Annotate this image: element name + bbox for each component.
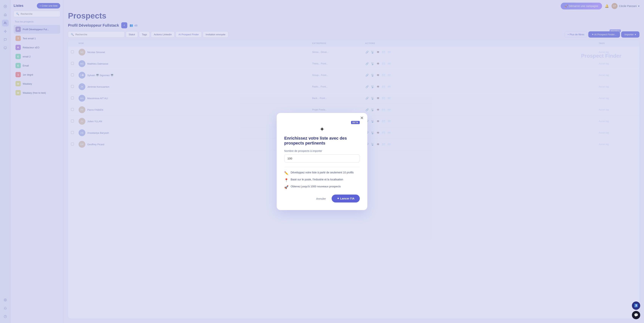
modal-count-input[interactable] xyxy=(284,154,360,162)
modal-close-button[interactable]: ✕ xyxy=(360,116,364,120)
modal-overlay: ✕ BETA ✦ Enrichissez votre liste avec de… xyxy=(0,0,644,323)
feature-text: Obtenez jusqu'à 1000 nouveaux prospects xyxy=(291,185,341,188)
beta-badge: BETA xyxy=(351,121,360,124)
modal-features: ✏️ Développez votre liste à partir de se… xyxy=(284,171,360,189)
chat-widget[interactable]: 💬 xyxy=(632,311,640,319)
modal-input-label: Nombre de prospects à importer xyxy=(284,150,360,152)
feature-text: Basé sur le poste, l'industrie et la loc… xyxy=(291,178,343,181)
feature-icon: ✏️ xyxy=(284,171,288,175)
feature-icon: 📍 xyxy=(284,178,288,182)
modal-icon-area: BETA ✦ xyxy=(284,120,360,133)
feature-text: Développez votre liste à partir de seule… xyxy=(291,171,354,174)
modal-cancel-button[interactable]: Annuler xyxy=(313,195,329,202)
feature-icon: 🚀 xyxy=(284,185,288,189)
modal-divider xyxy=(284,167,360,167)
modal-title: Enrichissez votre liste avec des prospec… xyxy=(284,136,360,146)
modal-feature: ✏️ Développez votre liste à partir de se… xyxy=(284,171,360,175)
modal-feature: 🚀 Obtenez jusqu'à 1000 nouveaux prospect… xyxy=(284,185,360,189)
accessibility-widget[interactable]: ♿ xyxy=(632,302,640,310)
ai-modal: ✕ BETA ✦ Enrichissez votre liste avec de… xyxy=(277,113,367,210)
modal-sparkle-icon: ✦ xyxy=(284,126,360,133)
modal-actions: Annuler ✦ Lancer l'IA xyxy=(284,194,360,202)
modal-feature: 📍 Basé sur le poste, l'industrie et la l… xyxy=(284,178,360,182)
modal-launch-button[interactable]: ✦ Lancer l'IA xyxy=(332,194,360,202)
